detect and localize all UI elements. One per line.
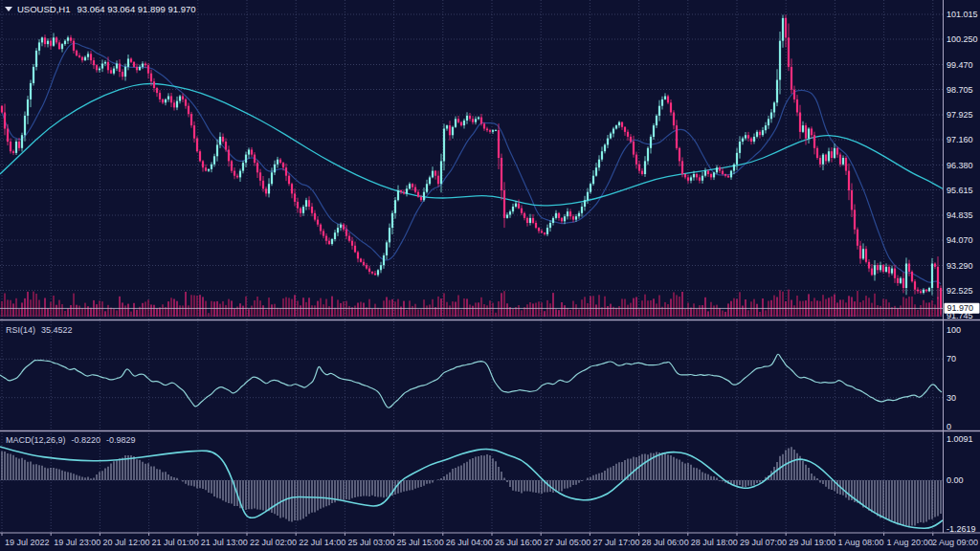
chart-svg[interactable]: 101.015100.25099.47098.70597.92597.16096…	[0, 0, 980, 551]
candle-body	[561, 218, 563, 221]
candle-body	[656, 116, 657, 125]
candle-body	[854, 209, 856, 229]
volume-bar	[1, 301, 2, 317]
volume-bar	[234, 309, 234, 317]
volume-bar	[277, 308, 278, 317]
volume-bar	[793, 305, 794, 317]
candle-body	[282, 163, 284, 167]
triangle-down-icon[interactable]	[5, 7, 12, 11]
volume-bar	[343, 301, 344, 317]
candle-body	[716, 167, 718, 172]
volume-bar	[828, 298, 829, 317]
candle-body	[466, 116, 468, 121]
candle-body	[403, 192, 405, 194]
volume-bar	[707, 311, 708, 317]
volume-bar	[865, 296, 866, 317]
volume-bar	[618, 306, 619, 317]
volume-bar	[558, 310, 559, 317]
price-axis-label: 92.525	[947, 286, 973, 296]
candle-body	[7, 129, 9, 143]
candle-body	[127, 58, 129, 67]
candle-body	[799, 113, 801, 132]
candle-body	[813, 135, 815, 148]
candle-body	[503, 190, 505, 218]
volume-bar	[480, 298, 481, 317]
volume-bar	[225, 305, 226, 317]
volume-bar	[211, 301, 212, 317]
panel-separator	[0, 430, 980, 431]
volume-bar	[874, 294, 875, 317]
volume-bar	[153, 305, 154, 317]
candle-body	[480, 118, 482, 124]
candle-body	[782, 18, 784, 41]
candle-body	[443, 129, 445, 162]
candle-body	[618, 122, 620, 125]
volume-bar	[432, 299, 433, 317]
volume-bar	[219, 304, 220, 317]
volume-bar	[776, 298, 777, 318]
volume-bar	[699, 305, 700, 317]
candle-body	[791, 67, 792, 90]
candle-body	[796, 99, 798, 113]
candle-body	[225, 142, 227, 150]
candle-body	[825, 155, 827, 162]
volume-bar	[888, 302, 889, 317]
candle-body	[785, 18, 787, 37]
volume-bar	[116, 310, 117, 317]
volume-bar	[621, 298, 622, 317]
candle-body	[569, 211, 571, 216]
volume-bar	[831, 297, 832, 317]
volume-bar	[323, 304, 323, 317]
candle-body	[156, 88, 158, 93]
candle-body	[900, 278, 902, 283]
volume-bar	[722, 311, 723, 318]
chart-canvas[interactable]: 101.015100.25099.47098.70597.92597.16096…	[0, 0, 980, 551]
volume-bar	[739, 292, 740, 317]
macd-name: MACD(12,26,9)	[6, 435, 66, 445]
volume-bar	[228, 299, 229, 317]
volume-bar	[811, 301, 812, 317]
candle-body	[234, 171, 235, 176]
candle-body	[874, 265, 876, 275]
candle-body	[478, 118, 479, 120]
candle-body	[610, 134, 612, 139]
volume-bar	[81, 308, 82, 317]
volume-bar	[868, 298, 869, 317]
volume-bar	[478, 302, 479, 317]
candle-body	[469, 116, 471, 119]
candle-body	[285, 167, 287, 176]
candle-body	[871, 269, 873, 276]
volume-bar	[512, 309, 513, 317]
volume-bar	[90, 308, 91, 317]
candle-body	[96, 65, 98, 70]
candle-body	[294, 193, 296, 202]
candle-body	[463, 121, 465, 125]
candle-body	[122, 72, 123, 77]
volume-bar	[64, 311, 65, 317]
volume-bar	[845, 302, 846, 317]
candle-body	[848, 171, 850, 190]
candle-body	[457, 119, 459, 121]
grid	[0, 0, 943, 533]
volume-bar	[305, 302, 306, 317]
candle-body	[211, 165, 212, 169]
macd-axis-label: 1.0091	[947, 434, 973, 444]
volume-bar	[495, 313, 496, 317]
candle-body	[877, 265, 879, 270]
volume-bar	[222, 301, 223, 317]
candle-body	[386, 242, 388, 255]
volume-bar	[911, 297, 912, 317]
candle-body	[664, 97, 666, 99]
volume-bar	[822, 295, 823, 317]
candle-body	[360, 258, 362, 261]
candle-body	[47, 41, 49, 44]
volume-bar	[124, 305, 125, 317]
volume-bar	[782, 292, 783, 317]
volume-bar	[569, 310, 570, 317]
volume-bar	[679, 297, 679, 317]
candle-body	[248, 150, 250, 155]
volume-bar	[449, 305, 450, 317]
candle-body	[331, 239, 333, 244]
volume-bar	[724, 312, 725, 317]
volume-bar	[182, 305, 183, 317]
